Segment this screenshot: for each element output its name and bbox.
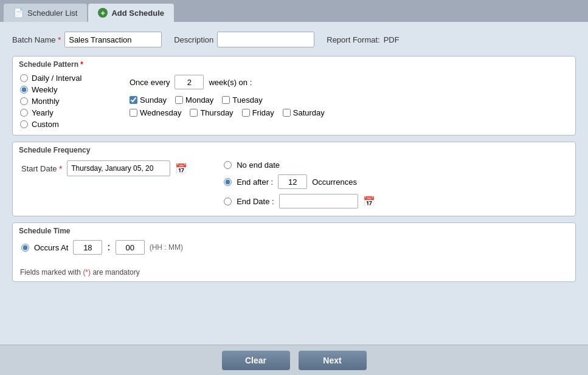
- start-date-row: Start Date * 📅: [21, 160, 187, 176]
- hhmm-label: (HH : MM): [150, 243, 183, 252]
- day-tuesday[interactable]: Tuesday: [222, 95, 262, 105]
- end-date-row: End Date : 📅: [224, 194, 375, 208]
- thursday-checkbox[interactable]: [190, 109, 198, 117]
- schedule-pattern-section: Schedule Pattern * Daily / Interval Week…: [12, 56, 576, 136]
- end-date-radio[interactable]: [224, 198, 232, 205]
- time-row: Occurs At : (HH : MM): [21, 240, 567, 255]
- pattern-yearly[interactable]: Yearly: [20, 108, 105, 117]
- time-content: Occurs At : (HH : MM): [13, 235, 575, 264]
- pattern-options: Daily / Interval Weekly Monthly Yearly C…: [20, 74, 105, 129]
- pattern-weekly-radio[interactable]: [20, 86, 28, 94]
- schedule-pattern-title: Schedule Pattern *: [13, 57, 575, 69]
- start-date-label: Start Date *: [21, 164, 62, 173]
- end-after-label: End after :: [237, 177, 273, 187]
- batch-name-input[interactable]: [64, 32, 162, 47]
- list-icon: 📄: [13, 8, 24, 18]
- bottom-bar: Clear Next: [0, 345, 588, 375]
- report-format-field: Report Format: PDF: [327, 35, 399, 44]
- pattern-yearly-radio[interactable]: [20, 109, 28, 117]
- batch-name-label: Batch Name *: [12, 35, 61, 44]
- day-friday[interactable]: Friday: [242, 108, 274, 117]
- mandatory-note: Fields marked with (*) are mandatory: [13, 264, 575, 281]
- once-every-row: Once every week(s) on :: [130, 75, 568, 89]
- weekly-config: Once every week(s) on : Sunday Monday: [130, 74, 568, 129]
- tab-scheduler-list[interactable]: 📄 Scheduler List: [4, 4, 87, 22]
- day-saturday[interactable]: Saturday: [283, 108, 325, 117]
- pattern-daily-radio[interactable]: [20, 74, 28, 82]
- sunday-checkbox[interactable]: [130, 96, 137, 104]
- schedule-time-section: Schedule Time Occurs At : (HH : MM) Fiel…: [12, 222, 576, 282]
- weeks-label: week(s) on :: [209, 78, 252, 87]
- pattern-custom[interactable]: Custom: [20, 120, 105, 129]
- start-date-calendar-icon[interactable]: 📅: [175, 163, 187, 174]
- description-input[interactable]: [217, 32, 314, 47]
- pattern-weekly[interactable]: Weekly: [20, 85, 105, 94]
- day-thursday[interactable]: Thursday: [190, 108, 233, 117]
- pattern-monthly[interactable]: Monthly: [20, 97, 105, 106]
- schedule-frequency-title: Schedule Frequency: [13, 142, 575, 154]
- schedule-frequency-section: Schedule Frequency Start Date * 📅 No end…: [12, 142, 576, 216]
- day-monday[interactable]: Monday: [175, 95, 213, 105]
- batch-name-field: Batch Name *: [12, 32, 162, 47]
- day-wednesday[interactable]: Wednesday: [130, 108, 181, 117]
- no-end-date-radio[interactable]: [224, 161, 232, 169]
- day-sunday[interactable]: Sunday: [130, 95, 167, 105]
- minute-input[interactable]: [116, 240, 145, 255]
- monday-checkbox[interactable]: [175, 96, 183, 104]
- pattern-custom-radio[interactable]: [20, 120, 28, 128]
- days-row-2: Wednesday Thursday Friday Saturday: [130, 108, 568, 117]
- schedule-time-title: Schedule Time: [13, 223, 575, 235]
- description-field: Description: [174, 32, 314, 47]
- end-date-calendar-icon[interactable]: 📅: [363, 196, 375, 207]
- once-every-label: Once every: [130, 78, 170, 87]
- start-date-input[interactable]: [67, 160, 170, 176]
- time-separator: :: [107, 240, 110, 255]
- saturday-checkbox[interactable]: [283, 109, 291, 117]
- description-label: Description: [174, 35, 213, 44]
- end-after-row: End after : Occurrences: [224, 174, 375, 189]
- report-format-label: Report Format:: [327, 35, 379, 44]
- no-end-date-row: No end date: [224, 160, 375, 170]
- main-content: Batch Name * Description Report Format: …: [0, 22, 588, 345]
- no-end-date-label: No end date: [237, 160, 280, 170]
- frequency-content: Start Date * 📅 No end date End after : O…: [13, 154, 575, 216]
- friday-checkbox[interactable]: [242, 109, 250, 117]
- pattern-content: Daily / Interval Weekly Monthly Yearly C…: [13, 69, 575, 135]
- occurrences-input[interactable]: [278, 174, 307, 189]
- pattern-daily[interactable]: Daily / Interval: [20, 74, 105, 83]
- tuesday-checkbox[interactable]: [222, 96, 230, 104]
- end-date-label: End Date :: [237, 197, 274, 206]
- occurrences-label: Occurrences: [312, 177, 357, 187]
- hour-input[interactable]: [73, 240, 102, 255]
- clear-button[interactable]: Clear: [222, 351, 290, 370]
- tab-scheduler-list-label: Scheduler List: [27, 9, 77, 18]
- end-options: No end date End after : Occurrences End …: [224, 160, 375, 208]
- days-row-1: Sunday Monday Tuesday: [130, 95, 568, 105]
- tab-add-schedule-label: Add Schedule: [111, 9, 164, 18]
- tab-bar: 📄 Scheduler List + Add Schedule: [0, 0, 588, 22]
- wednesday-checkbox[interactable]: [130, 109, 137, 117]
- form-header: Batch Name * Description Report Format: …: [12, 32, 576, 47]
- occurs-at-label: Occurs At: [34, 243, 68, 252]
- report-format-value: PDF: [384, 35, 399, 44]
- once-every-input[interactable]: [175, 75, 204, 89]
- occurs-at-radio[interactable]: [21, 244, 29, 252]
- pattern-monthly-radio[interactable]: [20, 97, 28, 105]
- plus-icon: +: [98, 8, 108, 18]
- end-after-radio[interactable]: [224, 178, 232, 186]
- tab-add-schedule[interactable]: + Add Schedule: [88, 4, 174, 22]
- end-date-input[interactable]: [279, 194, 358, 208]
- next-button[interactable]: Next: [299, 351, 367, 370]
- start-date-area: Start Date * 📅: [21, 160, 187, 208]
